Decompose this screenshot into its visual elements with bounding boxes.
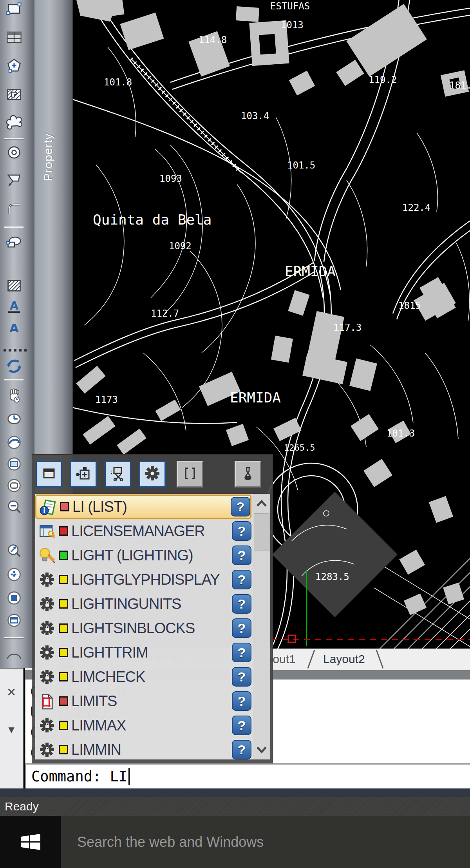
scroll-down-button[interactable] <box>253 740 270 759</box>
map-label: ERMIDA <box>230 390 281 406</box>
fillet-button[interactable] <box>3 200 25 219</box>
region-button[interactable] <box>3 233 25 252</box>
orbit-button[interactable] <box>3 433 25 453</box>
zoom-window-button[interactable] <box>3 589 25 609</box>
help-button[interactable]: ? <box>232 740 251 759</box>
map-label: 117.3 <box>333 322 362 333</box>
command-input-row[interactable]: Command: LI <box>25 763 470 788</box>
rectangle-tool-button[interactable] <box>3 1 25 20</box>
scroll-thumb[interactable] <box>254 513 269 551</box>
time-button[interactable] <box>3 410 25 429</box>
gear-lock-icon <box>37 740 57 759</box>
help-button[interactable]: ? <box>232 691 251 711</box>
command-color-swatch <box>60 502 69 511</box>
status-bar: Ready <box>0 797 470 816</box>
leader-button[interactable] <box>3 172 25 191</box>
region-icon <box>5 233 23 252</box>
chevron-down-icon <box>256 746 268 754</box>
polygon-button[interactable] <box>3 57 25 76</box>
help-button[interactable]: ? <box>232 643 251 662</box>
brackets-icon <box>182 466 198 483</box>
taskbar-search[interactable]: Search the web and Windows <box>61 816 470 868</box>
polygon-icon <box>5 57 23 76</box>
arc-button[interactable] <box>3 644 25 663</box>
table-button[interactable] <box>3 28 25 48</box>
revision-cloud-button[interactable] <box>3 114 25 133</box>
autocomplete-item-licensemanager[interactable]: LICENSEMANAGER? <box>35 519 251 543</box>
map-label: Quinta da Bela <box>93 212 212 228</box>
single-text-button[interactable]: A <box>3 319 25 339</box>
leader-icon <box>5 172 23 191</box>
chevron-down-icon[interactable]: ▼ <box>0 724 23 736</box>
svg-text:A: A <box>10 299 18 312</box>
command-color-swatch <box>59 575 68 584</box>
help-button[interactable]: ? <box>232 716 251 735</box>
experimental-button[interactable] <box>235 461 261 487</box>
zoom-icon <box>5 498 23 517</box>
match-properties-button[interactable] <box>3 357 25 377</box>
system-variable-button[interactable] <box>139 461 166 487</box>
window-icon <box>41 466 57 483</box>
autocomplete-item-lightsinblocks[interactable]: LIGHTSINBLOCKS? <box>35 616 251 640</box>
autocomplete-item-limmin[interactable]: LIMMIN? <box>35 738 251 759</box>
autocomplete-item-limits[interactable]: LIMITS? <box>35 689 251 713</box>
window-edge <box>0 788 470 797</box>
block-insert-button[interactable] <box>70 461 97 487</box>
zoom-dynamic-button[interactable] <box>3 542 25 562</box>
command-color-swatch <box>59 721 68 730</box>
text-style-button[interactable]: A <box>3 298 25 317</box>
close-icon[interactable]: × <box>0 685 23 699</box>
scroll-up-button[interactable] <box>253 494 270 513</box>
start-button[interactable] <box>0 816 61 868</box>
autocomplete-item-lightingunits[interactable]: LIGHTINGUNITS? <box>35 592 251 616</box>
help-button[interactable]: ? <box>232 594 251 614</box>
text-window-button[interactable] <box>36 461 62 487</box>
windows-logo-icon <box>18 830 43 855</box>
window-scissors-icon <box>110 466 126 483</box>
map-label: 181.6 <box>449 80 470 91</box>
popup-scrollbar[interactable] <box>253 494 270 759</box>
help-button[interactable]: ? <box>232 521 251 541</box>
lightbulb-icon <box>37 545 57 565</box>
tab-layout2[interactable]: Layout2 <box>323 652 365 666</box>
help-button[interactable]: ? <box>232 618 251 638</box>
help-button[interactable]: ? <box>232 570 251 589</box>
zoom-center-button[interactable] <box>3 565 25 585</box>
brackets-button[interactable] <box>177 461 203 487</box>
fillet-icon <box>5 200 23 219</box>
pan-button[interactable] <box>3 387 25 407</box>
single-text-icon: A <box>5 319 23 338</box>
toolbar-grip-icon[interactable] <box>3 347 27 353</box>
svg-text:A: A <box>9 321 19 335</box>
autocomplete-item-limcheck[interactable]: LIMCHECK? <box>35 665 251 689</box>
autocomplete-item-light[interactable]: LIGHT (LIGHTING)? <box>35 543 251 567</box>
help-button[interactable]: ? <box>232 667 251 687</box>
boundary-hatch-button[interactable] <box>3 85 25 105</box>
zoom-previous-button[interactable] <box>3 611 25 631</box>
hatch-button[interactable] <box>3 277 25 296</box>
zoom-dynamic-icon <box>5 542 23 561</box>
tab-divider <box>307 650 315 669</box>
view-button[interactable] <box>3 477 25 496</box>
command-color-swatch <box>59 648 68 657</box>
search-placeholder: Search the web and Windows <box>77 834 264 850</box>
limits-doc-icon <box>37 691 57 711</box>
clip-window-button[interactable] <box>105 461 131 487</box>
map-label: 122.4 <box>402 202 430 213</box>
table-icon <box>5 29 23 47</box>
donut-button[interactable] <box>3 143 25 163</box>
autocomplete-item-li[interactable]: LI (LIST)? <box>35 495 251 519</box>
help-button[interactable]: ? <box>232 545 251 565</box>
autocomplete-item-lightglyphdisplay[interactable]: LIGHTGLYPHDISPLAY? <box>35 567 251 592</box>
map-label: 119.2 <box>369 74 397 85</box>
rectangle-tool-icon <box>5 1 23 20</box>
autocomplete-item-lighttrim[interactable]: LIGHTTRIM? <box>35 640 251 665</box>
help-button[interactable]: ? <box>231 497 250 516</box>
autocomplete-list: LI (LIST)?LICENSEMANAGER?LIGHT (LIGHTING… <box>35 494 270 759</box>
autocomplete-item-limmax[interactable]: LIMMAX? <box>35 713 251 738</box>
screen-view-button[interactable] <box>3 455 25 475</box>
zoom-button[interactable] <box>3 498 25 518</box>
match-properties-icon <box>5 358 23 377</box>
zoom-center-icon <box>5 566 23 585</box>
command-label: LIGHTTRIM <box>71 644 232 661</box>
